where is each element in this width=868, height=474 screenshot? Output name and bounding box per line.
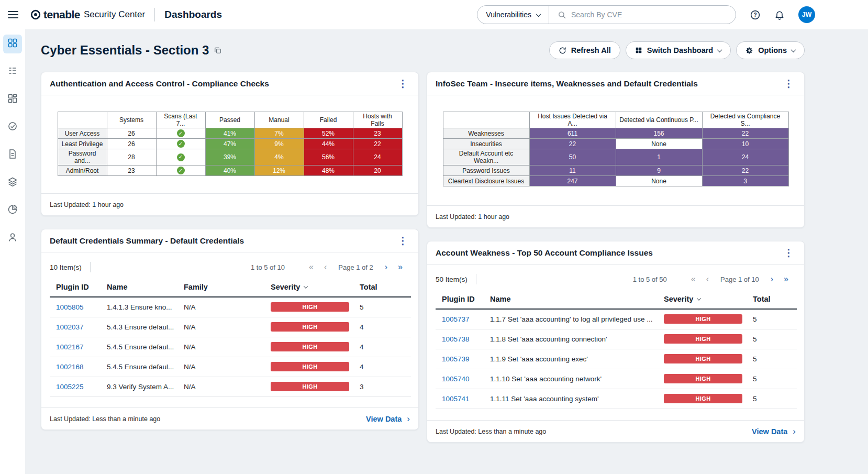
plugin-id-link[interactable]: 1005739 xyxy=(442,355,470,363)
severity-cell: HIGH xyxy=(264,297,353,317)
view-data-link[interactable]: View Data › xyxy=(752,426,796,437)
user-avatar[interactable]: JW xyxy=(798,6,815,23)
page-indicator: Page 1 of 2 xyxy=(338,263,373,271)
next-page-icon[interactable]: › xyxy=(382,263,391,271)
manual-cell: 4% xyxy=(254,149,304,166)
chevron-down-icon xyxy=(717,47,722,52)
switch-dashboard-button[interactable]: Switch Dashboard xyxy=(626,41,731,59)
sidebar-item-users[interactable] xyxy=(3,229,22,248)
svg-text:?: ? xyxy=(753,12,756,18)
range-text: 1 to 5 of 50 xyxy=(633,275,667,283)
panel-meta: 10 Item(s) 1 to 5 of 10 « ‹ Page 1 of 2 … xyxy=(41,252,418,279)
next-page-icon[interactable]: › xyxy=(767,275,776,283)
header-divider xyxy=(154,8,155,21)
passed-cell: 41% xyxy=(205,128,254,139)
sidebar-item-assets[interactable] xyxy=(3,173,22,192)
first-page-icon[interactable]: « xyxy=(688,275,699,283)
severity-cell: HIGH xyxy=(658,349,747,369)
view-data-link[interactable]: View Data › xyxy=(366,414,410,424)
severity-cell: HIGH xyxy=(264,337,353,357)
total-cell: 5 xyxy=(747,389,797,409)
infosec-table: Host Issues Detected via A... Detected v… xyxy=(443,112,789,186)
plugin-id-link[interactable]: 1005805 xyxy=(56,303,84,311)
panel-footer: Last Updated: Less than a minute ago Vie… xyxy=(427,420,804,442)
sort-chevron-icon[interactable] xyxy=(697,296,701,300)
sidebar-item-solutions[interactable] xyxy=(3,90,22,109)
name-cell: 1.1.8 Set 'aaa accounting connection' xyxy=(484,329,658,349)
sidebar-item-feed[interactable] xyxy=(3,62,22,81)
table-row: 1005737 1.1.7 Set 'aaa accounting' to lo… xyxy=(436,309,797,329)
last-updated-text: Last Updated: 1 hour ago xyxy=(50,201,124,208)
total-cell: 5 xyxy=(747,349,797,369)
plugin-id-link[interactable]: 1002168 xyxy=(56,363,84,371)
corner-cell xyxy=(443,112,529,128)
hosts-with-fails-cell: 23 xyxy=(353,128,402,139)
name-cell: 1.1.10 Set 'aaa accounting network' xyxy=(484,369,658,389)
gear-icon xyxy=(745,47,753,54)
hamburger-menu-icon[interactable] xyxy=(8,11,18,18)
systems-cell: 26 xyxy=(107,128,156,139)
col-passed: Passed xyxy=(205,112,254,128)
value-cell: 247 xyxy=(529,176,616,186)
value-cell: 22 xyxy=(702,128,788,139)
prev-page-icon[interactable]: ‹ xyxy=(321,263,330,271)
search-scope-dropdown[interactable]: Vulnerabilities xyxy=(477,6,549,24)
total-cell: 4 xyxy=(353,317,411,337)
last-page-icon[interactable]: » xyxy=(781,275,792,283)
kebab-menu-icon[interactable]: ⋮ xyxy=(782,78,796,90)
hosts-with-fails-cell: 24 xyxy=(353,149,402,166)
total-cell: 4 xyxy=(353,337,411,357)
panel-header: Account Weakness - Top 50 Account Compli… xyxy=(427,241,804,264)
range-text: 1 to 5 of 10 xyxy=(251,263,285,271)
family-cell: N/A xyxy=(177,377,264,396)
value-cell: 10 xyxy=(702,139,788,149)
options-button[interactable]: Options xyxy=(736,41,805,59)
refresh-all-button[interactable]: Refresh All xyxy=(549,41,620,59)
sidebar-item-scans[interactable] xyxy=(3,118,22,137)
search-scope-label: Vulnerabilities xyxy=(486,10,531,19)
col-name: Name xyxy=(484,291,658,309)
search-field-wrap xyxy=(549,10,736,19)
plugin-id-link[interactable]: 1005740 xyxy=(442,375,470,383)
plugin-id-link[interactable]: 1005737 xyxy=(442,315,470,323)
search-input[interactable] xyxy=(571,10,727,19)
refresh-all-label: Refresh All xyxy=(571,46,611,54)
help-icon[interactable]: ? xyxy=(750,9,761,20)
table-header-row: Host Issues Detected via A... Detected v… xyxy=(443,112,788,128)
first-page-icon[interactable]: « xyxy=(306,263,317,271)
sidebar-item-reports[interactable] xyxy=(3,146,22,164)
kebab-menu-icon[interactable]: ⋮ xyxy=(396,78,410,90)
sidebar-item-dashboards[interactable] xyxy=(3,35,22,53)
value-cell: 24 xyxy=(702,149,788,166)
plugin-id-link[interactable]: 1005738 xyxy=(442,335,470,343)
copy-icon[interactable] xyxy=(214,47,221,54)
total-cell: 5 xyxy=(747,329,797,349)
severity-cell: HIGH xyxy=(658,329,747,349)
row-label: Default Account etc Weakn... xyxy=(443,149,529,166)
family-cell: N/A xyxy=(177,297,264,317)
last-page-icon[interactable]: » xyxy=(395,263,406,271)
top-header: tenable Security Center Dashboards Vulne… xyxy=(0,0,868,29)
col-continuous: Detected via Continuous P... xyxy=(616,112,702,128)
sidebar-item-analytics[interactable] xyxy=(3,201,22,220)
plugin-id-link[interactable]: 1005741 xyxy=(442,395,470,403)
view-data-label: View Data xyxy=(752,427,787,436)
name-cell: 5.4.5 Ensure defaul... xyxy=(101,337,177,357)
severity-label: Severity xyxy=(664,295,693,303)
manual-cell: 7% xyxy=(254,128,304,139)
col-compliance: Detected via Compliance S... xyxy=(702,112,788,128)
prev-page-icon[interactable]: ‹ xyxy=(703,275,712,283)
plugin-id-link[interactable]: 1002037 xyxy=(56,323,84,331)
refresh-icon xyxy=(559,47,566,54)
brand-suffix: Security Center xyxy=(84,9,145,20)
plugin-id-link[interactable]: 1005225 xyxy=(56,383,84,391)
kebab-menu-icon[interactable]: ⋮ xyxy=(396,235,410,247)
kebab-menu-icon[interactable]: ⋮ xyxy=(782,247,796,259)
hosts-with-fails-cell: 20 xyxy=(353,166,402,176)
col-failed: Failed xyxy=(304,112,353,128)
row-label: Password Issues xyxy=(443,166,529,176)
table-row: Weaknesses 611 156 22 xyxy=(443,128,788,139)
sort-chevron-icon[interactable] xyxy=(304,284,308,288)
plugin-id-link[interactable]: 1002167 xyxy=(56,343,84,351)
notifications-bell-icon[interactable] xyxy=(774,9,785,20)
